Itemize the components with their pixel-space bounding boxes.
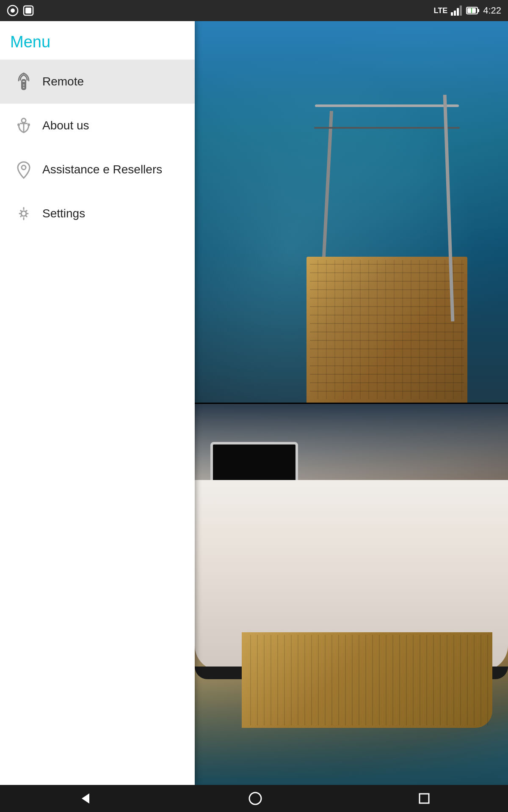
location-icon (12, 158, 36, 181)
svg-rect-6 (457, 8, 459, 16)
menu-item-settings[interactable]: Settings (0, 192, 195, 236)
signal-icon (451, 5, 463, 16)
notification-icon (7, 5, 19, 16)
status-bar-left (7, 5, 34, 16)
settings-icon (12, 202, 36, 225)
svg-point-21 (22, 165, 26, 170)
menu-item-assistance-label: Assistance e Resellers (42, 163, 162, 176)
svg-point-1 (11, 8, 15, 13)
menu-item-about[interactable]: About us (0, 104, 195, 148)
menu-item-remote-label: Remote (42, 75, 84, 88)
home-button[interactable] (243, 786, 268, 811)
railing-top (315, 104, 459, 107)
svg-point-19 (17, 123, 20, 126)
menu-item-settings-label: Settings (42, 207, 85, 220)
image-panel (195, 21, 508, 785)
back-button[interactable] (72, 786, 98, 811)
svg-rect-25 (420, 794, 429, 803)
status-time: 4:22 (483, 5, 501, 16)
svg-rect-9 (478, 9, 479, 12)
menu-item-remote[interactable]: Remote (0, 60, 195, 104)
menu-item-assistance[interactable]: Assistance e Resellers (0, 148, 195, 192)
drawer: Menu (0, 21, 195, 785)
svg-rect-7 (460, 5, 462, 16)
swim-platform (242, 632, 492, 727)
main-content: Menu (0, 21, 508, 785)
svg-rect-13 (22, 81, 25, 82)
svg-point-15 (23, 87, 25, 88)
svg-rect-4 (451, 12, 453, 16)
svg-point-20 (28, 123, 30, 126)
boat-image-top (195, 21, 508, 403)
svg-point-14 (23, 84, 25, 86)
svg-rect-3 (25, 8, 31, 14)
dock-visual (298, 78, 476, 402)
remote-icon (12, 70, 36, 93)
status-bar-right: LTE 4:22 (434, 5, 502, 16)
drawer-title: Menu (10, 33, 50, 51)
svg-marker-23 (82, 793, 89, 804)
anchor-icon (12, 114, 36, 137)
dock-platform (306, 257, 467, 403)
menu-items: Remote About us (0, 60, 195, 236)
status-bar: LTE 4:22 (0, 0, 508, 21)
boat-image-bottom (195, 403, 508, 785)
nav-bar (0, 785, 508, 812)
drawer-header: Menu (0, 21, 195, 60)
menu-item-about-label: About us (42, 119, 89, 132)
svg-point-24 (249, 793, 261, 804)
lte-icon: LTE (434, 6, 448, 15)
media-icon (23, 5, 34, 16)
battery-icon (466, 6, 480, 15)
railing-rope (314, 127, 460, 129)
svg-rect-5 (454, 11, 456, 16)
recents-button[interactable] (413, 787, 436, 810)
